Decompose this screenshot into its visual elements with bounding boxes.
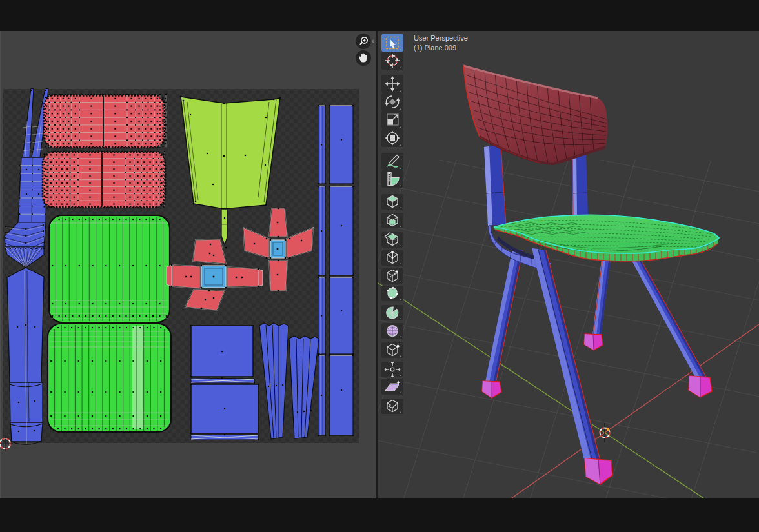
svg-text:‹: ‹ [372,37,374,44]
